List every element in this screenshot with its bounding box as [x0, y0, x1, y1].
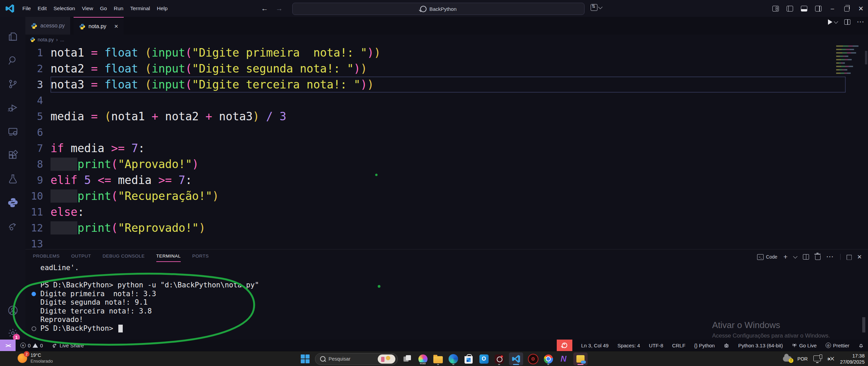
command-center-search[interactable]: BackPython — [292, 3, 585, 15]
menu-view[interactable]: View — [78, 0, 96, 17]
file-explorer-button[interactable] — [433, 352, 443, 365]
robot-icon[interactable] — [724, 343, 729, 348]
code-line-3[interactable]: 3nota3 = float (input("Digite terceira n… — [25, 77, 868, 93]
eol-sequence[interactable]: CRLF — [672, 343, 685, 348]
language-mode[interactable]: {} Python — [694, 343, 715, 348]
menu-help[interactable]: Help — [154, 0, 171, 17]
remote-indicator[interactable]: >< — [0, 340, 16, 351]
vscode-taskbar-button[interactable] — [509, 352, 523, 365]
more-actions-icon[interactable]: ··· — [857, 19, 865, 25]
red-gear-app-button[interactable]: ⚙ — [528, 352, 538, 365]
open-layout-control[interactable] — [591, 4, 602, 11]
run-python-button[interactable] — [828, 19, 837, 25]
terminal-output[interactable]: eadLine'.PS D:\BackPython> python -u "d:… — [33, 264, 259, 333]
code-line-11[interactable]: 11else: — [25, 204, 868, 220]
code-editor[interactable]: 1nota1 = float (input("Digite primeira n… — [25, 45, 868, 249]
python-extension-icon[interactable] — [0, 193, 25, 212]
taskbar-search[interactable]: Pesquisar — [315, 353, 398, 365]
go-live-button[interactable]: Go Live — [792, 343, 817, 348]
back-arrow-icon[interactable]: ← — [261, 4, 268, 13]
tab-acesso-py[interactable]: acesso.py — [25, 17, 70, 35]
outlook-button[interactable] — [478, 352, 489, 365]
cloud-docs-button[interactable] — [573, 352, 588, 365]
remote-explorer-icon[interactable] — [0, 122, 25, 141]
indentation[interactable]: Spaces: 4 — [617, 343, 640, 348]
run-debug-icon[interactable] — [0, 98, 25, 117]
customize-layout-button[interactable] — [768, 0, 783, 17]
toggle-sidebar-button[interactable] — [783, 0, 797, 17]
chrome-button[interactable] — [543, 352, 554, 365]
m365-copilot-button[interactable] — [417, 352, 428, 365]
code-line-1[interactable]: 1nota1 = float (input("Digite primeira n… — [25, 45, 868, 61]
clock[interactable]: 17:38 27/09/2025 — [840, 353, 865, 365]
notifications-bell-icon[interactable] — [858, 343, 864, 348]
code-line-6[interactable]: 6 — [25, 124, 868, 140]
menu-selection[interactable]: Selection — [50, 0, 79, 17]
python-interpreter[interactable]: Python 3.13 (64-bit) — [738, 343, 783, 348]
breadcrumb-file[interactable]: nota.py — [38, 37, 54, 42]
search-highlight-block[interactable] — [557, 340, 572, 351]
close-button[interactable]: ✕ — [854, 0, 868, 17]
terminal-shell-item[interactable]: >_ Code — [757, 254, 777, 260]
kill-terminal-icon[interactable] — [815, 255, 821, 260]
close-tab-icon[interactable]: ✕ — [114, 23, 119, 29]
tab-nota-py[interactable]: nota.py ✕ — [74, 17, 124, 35]
menu-file[interactable]: File — [19, 0, 34, 17]
task-view-button[interactable] — [402, 352, 413, 365]
testing-flask-icon[interactable] — [0, 169, 25, 188]
menu-run[interactable]: Run — [110, 0, 126, 17]
explorer-icon[interactable] — [0, 27, 25, 46]
encoding[interactable]: UTF-8 — [649, 343, 664, 348]
panel-scrollbar[interactable] — [862, 317, 865, 332]
source-control-icon[interactable] — [0, 75, 25, 94]
problems-summary[interactable]: ✕ 0 0 — [20, 343, 43, 348]
breadcrumb[interactable]: nota.py › ... — [30, 35, 64, 45]
menu-go[interactable]: Go — [97, 0, 111, 17]
minimap[interactable] — [836, 43, 859, 93]
screen-recorder-button[interactable] — [494, 352, 505, 365]
split-editor-icon[interactable] — [844, 19, 850, 25]
panel-tab-terminal[interactable]: TERMINAL — [156, 253, 181, 262]
close-panel-icon[interactable]: ✕ — [857, 253, 862, 261]
cursor-position[interactable]: Ln 3, Col 49 — [581, 343, 609, 348]
menu-terminal[interactable]: Terminal — [127, 0, 154, 17]
editor-scrollbar[interactable] — [865, 51, 867, 64]
code-line-8[interactable]: 8 print("Aprovado!") — [25, 156, 868, 172]
restore-button[interactable] — [840, 0, 854, 17]
breadcrumb-more[interactable]: ... — [60, 37, 64, 42]
panel-tab-debug-console[interactable]: DEBUG CONSOLE — [103, 253, 145, 262]
microsoft-store-button[interactable] — [463, 352, 474, 365]
code-line-2[interactable]: 2nota2 = float (input("Digite segunda no… — [25, 61, 868, 77]
new-terminal-icon[interactable]: + — [784, 253, 788, 261]
panel-more-actions-icon[interactable]: ··· — [827, 254, 834, 260]
accounts-icon[interactable] — [0, 301, 25, 320]
live-share-icon[interactable] — [0, 217, 25, 236]
menu-edit[interactable]: Edit — [34, 0, 50, 17]
onedrive-warning-icon[interactable] — [783, 356, 792, 362]
search-sidebar-icon[interactable] — [0, 51, 25, 70]
maximize-panel-icon[interactable] — [847, 255, 851, 259]
code-line-9[interactable]: 9elif 5 <= media >= 7: — [25, 172, 868, 188]
code-line-10[interactable]: 10 print("Recuperação!") — [25, 188, 868, 204]
code-line-7[interactable]: 7if media >= 7: — [25, 140, 868, 156]
extensions-icon[interactable] — [0, 146, 25, 165]
code-line-12[interactable]: 12 print("Reprovado!") — [25, 220, 868, 236]
toggle-secondary-sidebar-button[interactable] — [811, 0, 825, 17]
start-button[interactable] — [300, 352, 311, 365]
terminal-profile-chevron-icon[interactable] — [793, 254, 797, 259]
live-share-status[interactable]: Live Share — [52, 343, 84, 348]
panel-tab-ports[interactable]: PORTS — [192, 253, 209, 262]
code-line-4[interactable]: 4 — [25, 93, 868, 108]
prettier-status[interactable]: ⊘ Prettier — [826, 343, 849, 348]
language-indicator[interactable]: POR — [797, 356, 808, 362]
edge-button[interactable] — [448, 352, 459, 365]
minimize-button[interactable]: – — [825, 0, 840, 17]
toggle-panel-button[interactable] — [797, 0, 811, 17]
panel-tab-problems[interactable]: PROBLEMS — [33, 253, 60, 262]
split-terminal-icon[interactable] — [803, 254, 809, 260]
weather-widget[interactable]: 2 19°C Ensolarado — [18, 352, 53, 364]
forward-arrow-icon[interactable]: → — [276, 4, 283, 13]
muted-speaker-icon[interactable]: 🕩✕ — [827, 356, 834, 362]
code-line-5[interactable]: 5media = (nota1 + nota2 + nota3) / 3 — [25, 108, 868, 124]
network-icon[interactable] — [813, 355, 821, 361]
